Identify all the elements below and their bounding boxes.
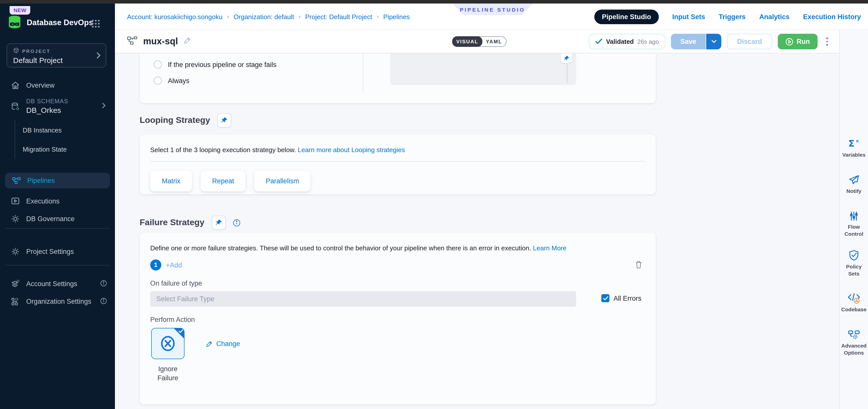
sidebar-item-label: DB Instances: [23, 127, 62, 134]
product-title: Database DevOps: [27, 18, 93, 27]
pipeline-name: mux-sql: [143, 36, 178, 47]
rail-item-flow-control[interactable]: Flow Control: [840, 211, 868, 238]
strategy-index-badge[interactable]: 1: [150, 260, 161, 271]
discard-button[interactable]: Discard: [727, 34, 772, 49]
tab-triggers[interactable]: Triggers: [719, 13, 746, 21]
rail-item-variables[interactable]: Σ × Variables: [840, 138, 868, 159]
checkbox-checked-icon[interactable]: [601, 294, 610, 302]
org-gear-icon: [11, 297, 20, 306]
sidebar-item-project-settings[interactable]: Project Settings: [0, 244, 115, 260]
sidebar-item-executions[interactable]: Executions: [0, 194, 115, 209]
conditional-execution-card: If the previous pipeline or stage fails …: [140, 54, 656, 103]
breadcrumb-pipelines[interactable]: Pipelines: [383, 13, 410, 21]
chevron-separator-icon: ›: [227, 13, 229, 20]
radio-icon[interactable]: [154, 61, 162, 68]
sidebar-item-label: Organization Settings: [26, 298, 91, 305]
pipelines-icon: [12, 176, 21, 185]
sidebar-item-organization-settings[interactable]: Organization Settings: [0, 294, 115, 309]
new-badge: NEW: [9, 6, 31, 14]
radio-icon[interactable]: [154, 76, 162, 84]
pipeline-studio-banner: PIPELINE STUDIO: [452, 3, 533, 15]
change-action-link[interactable]: Change: [206, 340, 240, 347]
sidebar-item-db-instances[interactable]: DB Instances: [0, 123, 115, 138]
failure-type-input[interactable]: [150, 291, 576, 307]
vertical-divider: [363, 54, 364, 93]
gear-icon: [11, 247, 20, 256]
tab-pipeline-studio[interactable]: Pipeline Studio: [594, 9, 658, 24]
layers-gear-icon: [11, 279, 20, 288]
pin-button[interactable]: [212, 215, 225, 230]
rail-item-policy-sets[interactable]: Policy Sets: [840, 250, 868, 277]
rail-item-advanced-options[interactable]: Advanced Options: [840, 330, 868, 356]
db-schemas-name: DB_Orkes: [26, 106, 61, 114]
delete-strategy-icon[interactable]: [634, 261, 643, 271]
looping-strategy-header: Looping Strategy: [140, 113, 231, 128]
project-selector[interactable]: PROJECT Default Project: [6, 43, 106, 68]
info-icon[interactable]: [100, 280, 107, 288]
notify-icon: [848, 174, 860, 185]
run-button[interactable]: Run: [778, 34, 817, 49]
save-button[interactable]: Save: [671, 34, 706, 49]
check-icon: [595, 37, 602, 46]
sidebar-item-label: Migration State: [23, 145, 67, 153]
tab-execution-history[interactable]: Execution History: [803, 13, 861, 21]
ignore-failure-icon: [159, 335, 177, 352]
sidebar-item-db-schemas[interactable]: DB SCHEMAS DB_Orkes: [0, 95, 115, 117]
sidebar-item-db-governance[interactable]: DB Governance: [0, 211, 115, 227]
looping-strategy-card: Select 1 of the 3 looping execution stra…: [140, 135, 656, 195]
pencil-icon: [206, 340, 213, 347]
toggle-visual[interactable]: VISUAL: [452, 36, 483, 47]
repeat-button[interactable]: Repeat: [200, 171, 246, 192]
sidebar-item-migration-state[interactable]: Migration State: [0, 141, 115, 157]
header-nav: Pipeline Studio Input Sets Triggers Anal…: [594, 3, 861, 30]
sidebar-item-pipelines[interactable]: Pipelines: [5, 173, 110, 189]
visual-yaml-toggle[interactable]: VISUAL YAML: [452, 36, 506, 47]
perform-action-label: Perform Action: [150, 316, 195, 323]
info-icon[interactable]: [100, 298, 107, 306]
rail-item-notify[interactable]: Notify: [840, 174, 868, 195]
edit-pencil-icon[interactable]: [184, 37, 191, 46]
executions-icon: [11, 197, 20, 205]
scrollbar[interactable]: [567, 64, 567, 83]
breadcrumb-account[interactable]: Account: kurosakiichigo.songoku: [127, 13, 222, 21]
run-label: Run: [797, 38, 810, 45]
validated-badge[interactable]: Validated 26s ago: [589, 34, 665, 49]
info-icon[interactable]: [232, 219, 240, 227]
breadcrumb-organization[interactable]: Organization: default: [234, 13, 294, 21]
rail-item-codebase[interactable]: Codebase: [840, 293, 868, 313]
all-errors-checkbox-row[interactable]: All Errors: [601, 294, 642, 302]
app-grid-icon[interactable]: [91, 19, 100, 28]
chevron-separator-icon: ›: [299, 13, 301, 20]
breadcrumb-project[interactable]: Project: Default Project: [305, 13, 372, 21]
pin-icon[interactable]: [561, 54, 572, 63]
sidebar-item-label: Pipelines: [27, 177, 55, 184]
rail-label: Policy Sets: [840, 264, 868, 277]
all-errors-label: All Errors: [614, 295, 642, 302]
sidebar-item-overview[interactable]: Overview: [0, 77, 115, 93]
looping-description: Select 1 of the 3 looping execution stra…: [150, 146, 296, 154]
flow-control-icon: [849, 211, 859, 221]
matrix-button[interactable]: Matrix: [150, 171, 192, 192]
save-dropdown-button[interactable]: [706, 34, 721, 49]
sidebar-item-account-settings[interactable]: Account Settings: [0, 276, 115, 292]
browser-top-bar: [0, 0, 868, 3]
tab-input-sets[interactable]: Input Sets: [672, 13, 705, 21]
rail-label: Flow Control: [840, 224, 868, 238]
toggle-yaml[interactable]: YAML: [482, 37, 506, 46]
parallelism-button[interactable]: Parallelism: [254, 171, 311, 192]
failure-learn-more-link[interactable]: Learn More: [533, 244, 566, 252]
tab-analytics[interactable]: Analytics: [759, 13, 789, 21]
pipeline-title-bar: mux-sql VISUAL YAML Validated 26s ago: [115, 30, 839, 54]
ignore-failure-action-card[interactable]: [151, 328, 185, 359]
looping-learn-more-link[interactable]: Learn more about Looping strategies: [298, 146, 405, 154]
add-strategy-button[interactable]: +Add: [166, 261, 182, 269]
main-content: If the previous pipeline or stage fails …: [115, 54, 839, 409]
preview-panel: [390, 54, 576, 85]
radio-option-previous-fails[interactable]: If the previous pipeline or stage fails: [154, 61, 277, 68]
pin-button[interactable]: [217, 113, 231, 128]
svg-text:×: ×: [856, 138, 859, 143]
more-options-kebab-icon[interactable]: [823, 35, 831, 48]
radio-option-always[interactable]: Always: [154, 76, 189, 84]
variables-icon: Σ ×: [847, 138, 861, 149]
save-split-button: Save: [671, 34, 721, 49]
